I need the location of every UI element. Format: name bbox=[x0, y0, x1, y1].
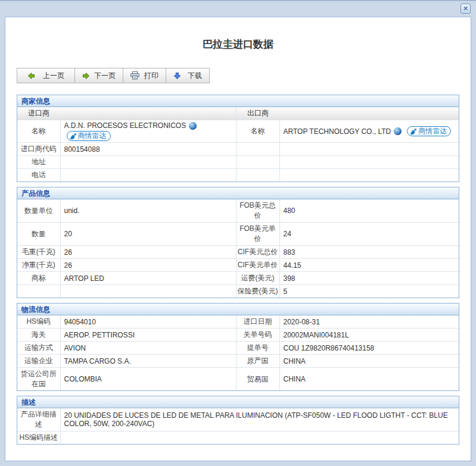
next-page-button[interactable]: 下一页 bbox=[74, 68, 123, 83]
print-button[interactable]: 打印 bbox=[123, 68, 166, 83]
section-product-info: 产品信息 数量单位 unid. FOB美元总价 480 数量 20 FOB美元单… bbox=[17, 187, 459, 298]
radar-label: 商情雷达 bbox=[78, 131, 107, 141]
print-label: 打印 bbox=[144, 71, 158, 81]
hs-description-label: HS编码描述 bbox=[17, 431, 60, 445]
importer-name-label: 名称 bbox=[17, 120, 60, 143]
dialog-body: 巴拉圭进口数据 上一页 下一页 打印 下载 商家信息 bbox=[5, 17, 471, 461]
table-row: 运输企业 TAMPA CARGO S.A. 原产国 CHINA bbox=[17, 355, 459, 368]
phone-value bbox=[60, 169, 236, 182]
section-merchant-info: 商家信息 进口商 出口商 名称 A.D.N. PROCESOS ELECTRON… bbox=[17, 95, 459, 182]
radar-label: 商情雷达 bbox=[418, 126, 447, 136]
printer-icon bbox=[130, 71, 139, 80]
table-row: 名称 A.D.N. PROCESOS ELECTRONICOS 商情雷达 bbox=[17, 120, 459, 143]
table-row: 电话 bbox=[17, 169, 459, 182]
exporter-header: 出口商 bbox=[237, 108, 280, 118]
product-description-label: 产品详细描述 bbox=[17, 408, 60, 431]
table-row: HS编码 94054010 进口日期 2020-08-31 bbox=[17, 315, 459, 329]
section-logistics-info: 物流信息 HS编码 94054010 进口日期 2020-08-31 海关 AE… bbox=[17, 303, 459, 391]
section-title-logistics: 物流信息 bbox=[17, 304, 459, 315]
table-row: 产品详细描述 20 UNIDADES DE LUCES DE LED DE ME… bbox=[17, 408, 459, 431]
table-row: 进口商代码 800154088 bbox=[17, 143, 459, 156]
table-row: 运输方式 AVION 提单号 COU 1Z9820R86740413158 bbox=[17, 342, 459, 355]
importer-code-label: 进口商代码 bbox=[17, 143, 60, 156]
phone-label: 电话 bbox=[17, 169, 60, 182]
table-row: 海关 AEROP. PETTIROSSI 关单号码 20002MANI00418… bbox=[17, 329, 459, 342]
prev-page-label: 上一页 bbox=[43, 71, 64, 81]
table-row: 货运公司所在国 COLOMBIA 贸易国 CHINA bbox=[17, 368, 459, 391]
exporter-name: ARTOP TECHNOLOGY CO., LTD bbox=[284, 127, 391, 136]
exporter-name-label: 名称 bbox=[236, 120, 279, 143]
importer-header: 进口商 bbox=[17, 108, 60, 118]
table-row: 商标 ARTOP LED 运费(美元) 398 bbox=[17, 272, 459, 285]
hs-description-value bbox=[60, 431, 459, 445]
satellite-dish-icon bbox=[70, 133, 77, 140]
arrow-left-icon bbox=[27, 72, 35, 80]
address-value bbox=[60, 156, 236, 169]
arrow-down-icon bbox=[173, 72, 181, 80]
close-button[interactable]: ✕ bbox=[461, 4, 471, 14]
section-title-description: 描述 bbox=[17, 396, 459, 408]
radar-button-importer[interactable]: 商情雷达 bbox=[67, 131, 111, 141]
table-row: 保险费(美元) 5 bbox=[17, 285, 459, 298]
table-row: 毛重(千克) 26 CIF美元总价 883 bbox=[17, 246, 459, 259]
merchant-header-row: 进口商 出口商 bbox=[17, 107, 459, 120]
next-page-label: 下一页 bbox=[94, 71, 116, 81]
globe-icon[interactable] bbox=[189, 122, 197, 130]
table-row: 数量单位 unid. FOB美元总价 480 bbox=[17, 199, 459, 223]
radar-button-exporter[interactable]: 商情雷达 bbox=[407, 126, 451, 136]
download-label: 下载 bbox=[188, 71, 202, 81]
table-row: 数量 20 FOB美元单价 24 bbox=[17, 223, 459, 246]
section-description: 描述 产品详细描述 20 UNIDADES DE LUCES DE LED DE… bbox=[17, 396, 459, 445]
table-row: 净重(千克) 26 CIF美元单价 44.15 bbox=[17, 259, 459, 272]
importer-name-cell: A.D.N. PROCESOS ELECTRONICOS 商情雷达 bbox=[60, 120, 236, 143]
satellite-dish-icon bbox=[410, 128, 417, 135]
product-table: 数量单位 unid. FOB美元总价 480 数量 20 FOB美元单价 24 … bbox=[17, 199, 459, 298]
page-title: 巴拉圭进口数据 bbox=[5, 37, 471, 52]
download-button[interactable]: 下载 bbox=[166, 68, 210, 83]
description-table: 产品详细描述 20 UNIDADES DE LUCES DE LED DE ME… bbox=[17, 408, 459, 444]
arrow-right-icon bbox=[82, 72, 90, 80]
globe-icon[interactable] bbox=[394, 127, 402, 135]
logistics-table: HS编码 94054010 进口日期 2020-08-31 海关 AEROP. … bbox=[17, 315, 459, 390]
importer-code-value: 800154088 bbox=[60, 143, 236, 156]
address-label: 地址 bbox=[17, 156, 60, 169]
section-title-merchant: 商家信息 bbox=[17, 95, 459, 107]
table-row: 地址 bbox=[17, 156, 459, 169]
section-title-product: 产品信息 bbox=[17, 187, 459, 199]
close-icon: ✕ bbox=[463, 5, 468, 12]
product-description-value: 20 UNIDADES DE LUCES DE LED DE METAL PAR… bbox=[60, 408, 459, 431]
prev-page-button[interactable]: 上一页 bbox=[17, 68, 75, 83]
table-row: HS编码描述 bbox=[17, 431, 459, 445]
exporter-name-cell: ARTOP TECHNOLOGY CO., LTD 商情雷达 bbox=[279, 120, 459, 143]
toolbar: 上一页 下一页 打印 下载 bbox=[17, 68, 210, 83]
dialog-frame-top-edge bbox=[0, 0, 476, 1]
importer-name: A.D.N. PROCESOS ELECTRONICOS bbox=[64, 121, 186, 130]
merchant-table: 进口商 出口商 名称 A.D.N. PROCESOS ELECTRONICOS bbox=[17, 107, 459, 182]
